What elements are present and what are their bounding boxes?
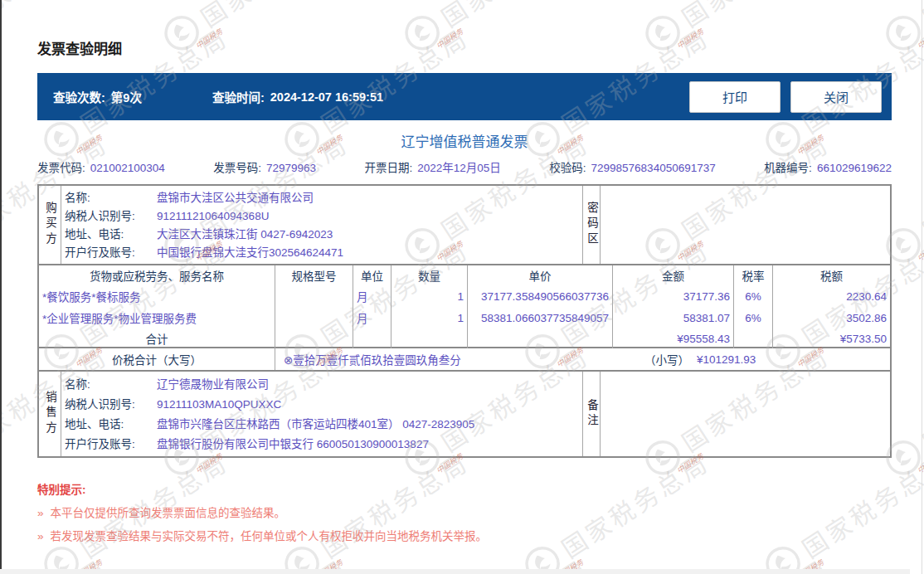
grand-total-small-value: ¥101291.93 [697,353,756,366]
item-price-cell: 37177.358490566037736 [468,285,613,307]
watermark-text: 国家税务总局 [914,337,924,460]
grand-total-row: 价税合计（大写） ⊗壹拾万壹仟贰佰玖拾壹圆玖角叁分 （小写） ¥101291.9… [39,348,890,372]
item-price-cell: 58381.066037735849057 [468,307,613,328]
check-count-value: 第9次 [111,88,142,105]
buyer-fields: 名称: 盘锦市大洼区公共交通有限公司 纳税人识别号: 9121112106409… [61,186,582,264]
items-total-label: 合计 [39,328,275,348]
invoice-number: 发票号码:72979963 [213,161,316,176]
items-total-rate-cell [734,328,773,348]
check-time-label: 查验时间: [212,88,265,105]
col-header-spec: 规格型号 [275,265,353,285]
window-right-edge [922,0,922,574]
items-total-price-cell [468,328,613,348]
col-header-price: 单价 [468,265,613,285]
items-total-amount: ¥95558.43 [613,328,734,348]
buyer-section-label: 购买方 [39,186,61,264]
item-amount-cell: 37177.36 [613,285,734,307]
seller-section-label: 销售方 [39,372,61,456]
items-total-qty-cell [391,328,468,348]
items-total-spec-cell [275,328,353,348]
item-unit-cell: 月 [353,285,391,307]
toolbar-buttons: 打印 关闭 [689,81,882,113]
invoice-machine-number: 机器编号:661029619622 [764,161,892,176]
item-name-cell: *企业管理服务*物业管理服务费 [39,307,275,328]
col-header-amount: 金额 [613,265,734,285]
invoice-date: 开票日期:2022年12月05日 [365,161,501,176]
bullet-icon: » [37,529,44,544]
items-total-tax: ¥5733.50 [773,328,890,348]
seller-fields: 名称: 辽宁德晟物业有限公司 纳税人识别号: 91211103MA10QPUXX… [61,372,582,456]
watermark-text: 国家税务总局 [914,0,924,35]
remarks-label: 备注 [582,372,601,456]
watermark-text: 国家税务总局 [0,0,114,35]
notice-line: » 本平台仅提供所查询发票票面信息的查验结果。 [37,506,892,521]
close-button[interactable]: 关闭 [790,81,882,113]
grand-total-label: 价税合计（大写） [39,348,275,370]
verification-info: 查验次数: 第9次 查验时间: 2024-12-07 16:59:51 [37,88,383,105]
password-area-label: 密码区 [582,186,601,264]
watermark-text: 国家税务总局 [914,549,924,574]
horizontal-scrollbar[interactable] [0,569,910,574]
item-qty-cell: 1 [391,307,468,328]
item-tax-cell: 3502.86 [773,307,890,328]
buyer-name-row: 名称: 盘锦市大洼区公共交通有限公司 [61,191,582,205]
watermark-text: 国家税务总局 [674,0,835,35]
invoice-title: 辽宁增值税普通发票 [37,134,892,150]
password-area [601,186,890,264]
col-header-qty: 数量 [391,265,468,285]
items-table: 货物或应税劳务、服务名称 规格型号 单位 数量 单价 金额 税率 税额 *餐饮服… [39,265,890,348]
item-rate-cell: 6% [734,285,773,307]
invoice-check-code: 校验码:72998576834050691737 [549,161,715,176]
notice-title: 特别提示: [37,483,892,498]
item-spec-cell [275,285,353,307]
item-tax-cell: 2230.64 [773,285,890,307]
item-unit-cell: 月 [353,307,391,328]
buyer-taxid-row: 纳税人识别号: 91211121064094368U [61,209,582,223]
col-header-name: 货物或应税劳务、服务名称 [39,265,275,285]
seller-address-row: 地址、电话: 盘锦市兴隆台区庄林路西（市客运站四楼401室） 0427-2823… [61,417,582,431]
verification-toolbar: 查验次数: 第9次 查验时间: 2024-12-07 16:59:51 打印 关… [37,73,892,120]
page-title: 发票查验明细 [37,41,892,58]
remarks-area [601,372,890,456]
item-spec-cell [275,307,353,328]
watermark-text: 国家税务总局 [914,124,924,247]
grand-total-small-label: （小写） [644,351,689,367]
items-total-unit-cell [353,328,391,348]
seller-bank-row: 开户行及账号: 盘锦银行股份有限公司中银支行 66005013090001382… [61,437,582,451]
buyer-bank-row: 开户行及账号: 中国银行盘锦大洼支行302564624471 [61,246,582,260]
watermark-red-mark: 中国税务 [915,450,924,476]
item-name-cell: *餐饮服务*餐标服务 [39,285,275,307]
col-header-rate: 税率 [734,265,773,285]
item-rate-cell: 6% [734,307,773,328]
invoice-meta-row: 发票代码:021002100304 发票号码:72979963 开票日期:202… [37,161,892,176]
invoice-table: 购买方 名称: 盘锦市大洼区公共交通有限公司 纳税人识别号: 912111210… [37,184,892,458]
invoice-verification-page: 中国税务国家税务总局中国税务国家税务总局中国税务国家税务总局中国税务国家税务总局… [0,0,924,574]
col-header-tax: 税额 [773,265,890,285]
check-time-value: 2024-12-07 16:59:51 [270,90,383,104]
watermark-red-mark: 中国税务 [915,26,924,51]
notice-line: » 若发现发票查验结果与实际交易不符，任何单位或个人有权拒收并向当地税务机关举报… [37,529,892,544]
buyer-address-row: 地址、电话: 大洼区大洼镇珠江街 0427-6942023 [61,227,582,241]
seller-section: 销售方 名称: 辽宁德晟物业有限公司 纳税人识别号: 91211103MA10Q… [39,372,890,456]
print-button[interactable]: 打印 [689,81,781,113]
invoice-code: 发票代码:021002100304 [37,161,165,176]
buyer-section: 购买方 名称: 盘锦市大洼区公共交通有限公司 纳税人识别号: 912111210… [39,186,890,265]
bullet-icon: » [37,506,44,521]
check-count-label: 查验次数: [53,88,105,105]
col-header-unit: 单位 [353,265,391,285]
watermark-text: 国家税务总局 [192,0,354,35]
grand-total-values: ⊗壹拾万壹仟贰佰玖拾壹圆玖角叁分 （小写） ¥101291.93 [275,348,890,370]
window-left-edge [0,0,2,574]
item-qty-cell: 1 [391,285,468,307]
item-amount-cell: 58381.07 [613,307,734,328]
seller-name-row: 名称: 辽宁德晟物业有限公司 [61,377,582,392]
seller-taxid-row: 纳税人识别号: 91211103MA10QPUXXC [61,397,582,411]
watermark-red-mark: 中国税务 [915,238,924,264]
grand-total-capital: ⊗壹拾万壹仟贰佰玖拾壹圆玖角叁分 [284,351,461,367]
special-notice: 特别提示: » 本平台仅提供所查询发票票面信息的查验结果。 » 若发现发票查验结… [37,483,892,544]
watermark-text: 国家税务总局 [433,0,595,35]
